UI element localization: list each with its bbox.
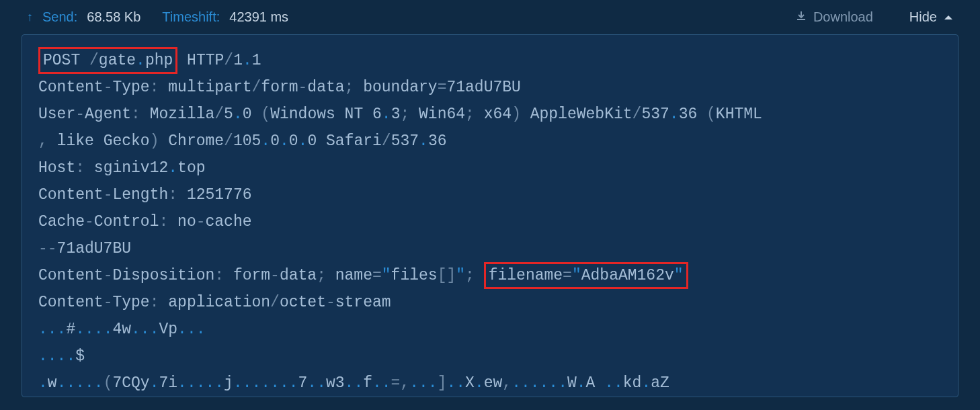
raw-data-line-3: .w.....(7CQy.7i.....j.......7..w3..f..=,… [38,370,942,397]
svg-rect-0 [797,19,805,20]
upload-arrow-icon: ↑ [27,10,33,24]
content-disposition-line: Content-Disposition: form-data; name="fi… [38,262,942,289]
http-method: POST [43,52,80,69]
boundary-value: 71adU7BU [446,79,520,96]
hide-button[interactable]: Hide [909,9,953,25]
hide-label: Hide [909,9,937,25]
content-length-value: 1251776 [187,186,252,204]
caret-up-icon [944,14,953,21]
http-protocol: HTTP [187,52,224,69]
part-content-type-line: Content-Type: application/octet-stream [38,289,942,316]
request-line: POST /gate.php HTTP/1.1 [38,47,942,74]
user-agent-line-1: User-Agent: Mozilla/5.0 (Windows NT 6.3;… [38,101,942,128]
cache-control-line: Cache-Control: no-cache [38,208,942,235]
boundary-separator: --71adU7BU [38,235,942,262]
host-line: Host: sginiv12.top [38,155,942,181]
host-value: sginiv12 [94,159,168,177]
highlight-filename: filename="AdbaAM162v" [484,262,688,289]
http-request-panel: POST /gate.php HTTP/1.1 Content-Type: mu… [22,34,958,397]
download-label: Download [813,9,873,25]
download-button[interactable]: Download [796,9,873,25]
send-size-value: 68.58 Kb [87,9,140,25]
raw-data-line-1: ...#....4w...Vp... [38,316,942,343]
user-agent-line-2: , like Gecko) Chrome/105.0.0.0 Safari/53… [38,128,942,155]
timeshift-value: 42391 ms [229,9,288,25]
send-label: Send: [42,9,77,25]
panel-header: ↑ Send: 68.58 Kb Timeshift: 42391 ms Dow… [0,0,980,34]
content-length-line: Content-Length: 1251776 [38,181,942,208]
content-type-line: Content-Type: multipart/form-data; bound… [38,74,942,101]
highlight-post-path: POST /gate.php [38,47,177,74]
filename-value: AdbaAM162v [581,267,674,284]
raw-data-line-2: ....$ [38,343,942,370]
timeshift-label: Timeshift: [162,9,220,25]
download-icon [796,11,807,24]
